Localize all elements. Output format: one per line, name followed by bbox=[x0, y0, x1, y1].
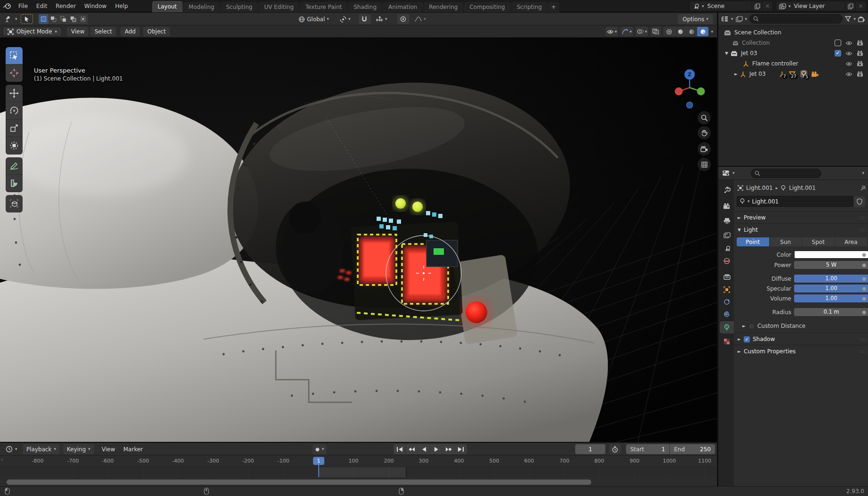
menu-help[interactable]: Help bbox=[111, 0, 132, 12]
outliner-row-jet03-collection[interactable]: ▼ Jet 03 ✓ bbox=[718, 48, 868, 58]
transform-orientation-dropdown[interactable]: Global ▾ bbox=[296, 14, 332, 24]
tab-texture[interactable] bbox=[720, 335, 734, 348]
camera-view-button[interactable] bbox=[698, 142, 711, 155]
outliner-search-input[interactable] bbox=[749, 14, 843, 24]
light-type-area[interactable]: Area bbox=[835, 237, 868, 246]
play-reverse-button[interactable] bbox=[418, 444, 430, 454]
outliner-editor-type-icon[interactable] bbox=[721, 16, 729, 22]
pin-icon[interactable] bbox=[860, 185, 866, 191]
eye-icon[interactable] bbox=[845, 41, 852, 46]
tab-constraints[interactable] bbox=[720, 296, 734, 308]
scrollbar-thumb[interactable] bbox=[7, 480, 591, 485]
proportional-editing-button[interactable] bbox=[397, 14, 410, 24]
outliner-row-jet03-object[interactable]: ► Jet 03 7 27 5 bbox=[718, 69, 868, 79]
tab-layout[interactable]: Layout bbox=[152, 1, 183, 12]
shading-material-icon[interactable] bbox=[686, 27, 697, 36]
animate-dot[interactable]: ● bbox=[862, 286, 866, 291]
playhead[interactable]: 1 bbox=[313, 457, 324, 465]
tab-output[interactable] bbox=[720, 215, 734, 227]
delete-scene-icon[interactable]: ✕ bbox=[762, 1, 772, 11]
eye-icon[interactable] bbox=[845, 51, 852, 56]
blender-logo-icon[interactable] bbox=[0, 3, 14, 9]
region-expand-arrow[interactable]: › bbox=[1, 456, 3, 463]
custom-distance-checkbox[interactable] bbox=[748, 323, 755, 329]
properties-search-input[interactable] bbox=[751, 169, 821, 178]
measure-tool-button[interactable] bbox=[6, 175, 23, 192]
options-dropdown[interactable]: Options ▾ bbox=[678, 14, 713, 24]
properties-options-dropdown[interactable]: ▾ bbox=[862, 171, 864, 175]
move-tool-button[interactable] bbox=[6, 85, 23, 102]
camera-icon[interactable] bbox=[857, 50, 863, 56]
tab-collection-props[interactable] bbox=[720, 270, 734, 283]
delete-view-layer-icon[interactable]: ✕ bbox=[855, 1, 866, 11]
annotate-tool-button[interactable] bbox=[6, 157, 23, 175]
preview-range-stopwatch-button[interactable] bbox=[609, 444, 621, 454]
auto-keyframe-button[interactable]: ● ▾ bbox=[313, 444, 327, 454]
light-type-point[interactable]: Point bbox=[737, 237, 770, 246]
tab-scripting[interactable]: Scripting bbox=[511, 2, 547, 12]
play-button[interactable] bbox=[430, 444, 442, 454]
tab-physics[interactable] bbox=[720, 308, 734, 320]
outliner-row-flame-controller[interactable]: Flame controller bbox=[718, 58, 868, 69]
select-mode-invert-icon[interactable] bbox=[68, 14, 78, 24]
select-mode-intersect-icon[interactable] bbox=[78, 14, 88, 24]
tab-texture-paint[interactable]: Texture Paint bbox=[300, 2, 347, 12]
object-visibility-dropdown[interactable]: ▾ bbox=[605, 27, 619, 36]
show-gizmo-dropdown[interactable]: ▾ bbox=[620, 27, 633, 36]
panel-custom-distance[interactable]: ► Custom Distance bbox=[734, 321, 868, 331]
panel-custom-properties[interactable]: ► Custom Properties ∷∷ bbox=[734, 347, 868, 356]
end-frame-field[interactable]: End 250 bbox=[670, 444, 715, 454]
snap-toggle-button[interactable] bbox=[359, 14, 371, 24]
view-layer-icon[interactable] bbox=[776, 3, 788, 9]
animate-dot[interactable]: ● bbox=[862, 309, 866, 315]
transform-tool-button[interactable] bbox=[6, 137, 23, 154]
exclude-checkbox-checked[interactable]: ✓ bbox=[835, 50, 841, 57]
new-scene-icon[interactable] bbox=[752, 1, 762, 11]
panel-grip[interactable]: ∷∷ bbox=[859, 215, 866, 220]
tweak-tool-button[interactable] bbox=[21, 14, 33, 24]
snap-with-dropdown[interactable]: ▾ bbox=[373, 14, 390, 24]
new-view-layer-icon[interactable] bbox=[845, 1, 855, 11]
playback-menu[interactable]: Playback▾ bbox=[23, 444, 60, 454]
eye-icon[interactable] bbox=[845, 72, 852, 77]
select-mode-extend-icon[interactable] bbox=[48, 14, 58, 24]
cursor-tool-button[interactable] bbox=[6, 65, 23, 82]
viewport-menu-view[interactable]: View bbox=[67, 27, 88, 36]
fake-user-shield-icon[interactable] bbox=[854, 196, 865, 207]
animate-dot[interactable]: ● bbox=[862, 296, 866, 301]
color-swatch[interactable] bbox=[794, 251, 868, 259]
rotate-tool-button[interactable] bbox=[6, 102, 23, 120]
timeline-view-menu[interactable]: View bbox=[98, 444, 119, 454]
menu-render[interactable]: Render bbox=[51, 0, 80, 12]
menu-file[interactable]: File bbox=[14, 0, 32, 12]
shading-solid-icon[interactable] bbox=[675, 27, 686, 36]
show-overlays-dropdown[interactable]: ▾ bbox=[635, 27, 649, 36]
animate-dot[interactable]: ● bbox=[862, 252, 866, 257]
viewport-menu-add[interactable]: Add bbox=[121, 27, 140, 36]
outliner-row-collection[interactable]: Collection bbox=[718, 38, 868, 48]
camera-icon[interactable] bbox=[857, 40, 863, 46]
panel-grip[interactable]: ∷∷ bbox=[859, 337, 866, 342]
panel-light[interactable]: ▼ Light ∷∷ bbox=[734, 225, 868, 235]
power-field[interactable]: 5 W bbox=[794, 261, 868, 269]
tab-tool[interactable] bbox=[720, 184, 734, 196]
camera-icon[interactable] bbox=[857, 61, 863, 66]
breadcrumb-data[interactable]: Light.001 bbox=[789, 185, 816, 191]
zoom-button[interactable] bbox=[698, 111, 711, 124]
outliner-row-scene-collection[interactable]: Scene Collection bbox=[718, 27, 868, 38]
disclosure-triangle-icon[interactable]: ► bbox=[734, 72, 738, 76]
tab-rendering[interactable]: Rendering bbox=[423, 2, 463, 12]
pivot-point-dropdown[interactable]: ▾ bbox=[337, 14, 354, 24]
jump-to-end-button[interactable] bbox=[455, 444, 467, 454]
pan-hand-button[interactable] bbox=[698, 126, 711, 139]
scale-tool-button[interactable] bbox=[6, 120, 23, 137]
viewport-menu-object[interactable]: Object bbox=[143, 27, 170, 36]
tab-view-layer[interactable] bbox=[720, 229, 734, 241]
panel-grip[interactable]: ∷∷ bbox=[859, 349, 866, 354]
mode-dropdown[interactable]: Object Mode ▾ bbox=[3, 27, 62, 36]
light-type-spot[interactable]: Spot bbox=[802, 237, 835, 246]
viewport-menu-select[interactable]: Select bbox=[90, 27, 116, 36]
tab-uv-editing[interactable]: UV Editing bbox=[258, 2, 299, 12]
light-name-field[interactable]: ▾ Light.001 bbox=[737, 196, 853, 207]
view-layer-name[interactable]: View Layer bbox=[791, 3, 845, 9]
